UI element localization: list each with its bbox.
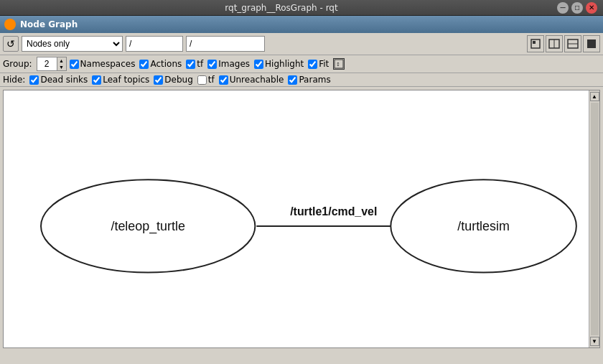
- images-checkbox[interactable]: [207, 60, 217, 69]
- group-label: Group:: [3, 59, 32, 69]
- highlight-checkbox[interactable]: [254, 60, 263, 69]
- icon-button-3[interactable]: [564, 35, 581, 52]
- group-spinbox[interactable]: ▲ ▼: [37, 57, 65, 71]
- icon-button-2[interactable]: [546, 35, 563, 52]
- svg-text:↕: ↕: [336, 62, 340, 67]
- svg-rect-1: [533, 41, 536, 44]
- images-option[interactable]: Images: [207, 59, 250, 69]
- graph-area[interactable]: /teleop_turtle /turtle1/cmd_vel /turtles…: [3, 90, 600, 348]
- fit-checkbox[interactable]: [308, 60, 317, 69]
- actions-option[interactable]: Actions: [139, 59, 182, 69]
- params-option[interactable]: Params: [288, 75, 330, 85]
- actions-checkbox[interactable]: [139, 60, 149, 69]
- view-dropdown[interactable]: Nodes only Nodes/Topics (all) Nodes/Topi…: [22, 36, 123, 52]
- leaf-topics-checkbox[interactable]: [92, 75, 101, 85]
- minimize-button[interactable]: ─: [557, 2, 569, 14]
- filter1-input[interactable]: [126, 36, 183, 52]
- tf-option[interactable]: tf: [186, 59, 203, 69]
- refresh-button[interactable]: ↺: [3, 36, 19, 52]
- hide-label: Hide:: [3, 75, 25, 85]
- node-teleop-turtle-label: /teleop_turtle: [111, 219, 184, 234]
- filter2-input[interactable]: [186, 36, 265, 52]
- main-window: Node Graph ↺ Nodes only Nodes/Topics (al…: [0, 16, 603, 364]
- hide-bar: Hide: Dead sinks Leaf topics Debug tf Un…: [0, 73, 603, 87]
- spinbox-up[interactable]: ▲: [57, 57, 66, 64]
- unreachable-option[interactable]: Unreachable: [219, 75, 284, 85]
- window-title: Node Graph: [20, 19, 78, 29]
- fit-icon-button[interactable]: ↕: [333, 58, 345, 70]
- window-icon: [4, 19, 16, 30]
- params-checkbox[interactable]: [288, 75, 297, 85]
- hide-tf-option[interactable]: tf: [197, 75, 215, 85]
- options-bar: Group: ▲ ▼ Namespaces Actions tf Images …: [0, 55, 603, 73]
- tf-checkbox[interactable]: [186, 60, 195, 69]
- close-button[interactable]: ✕: [586, 2, 597, 14]
- dead-sinks-checkbox[interactable]: [29, 75, 39, 85]
- leaf-topics-option[interactable]: Leaf topics: [92, 75, 149, 85]
- graph-scrollbar[interactable]: ▲ ▼: [589, 90, 599, 347]
- node-turtlesim-label: /turtlesim: [457, 219, 510, 233]
- icon-button-1[interactable]: [527, 35, 544, 52]
- icon-button-4[interactable]: [583, 35, 600, 52]
- spinbox-down[interactable]: ▼: [57, 64, 66, 70]
- namespaces-option[interactable]: Namespaces: [70, 59, 136, 69]
- maximize-button[interactable]: □: [571, 2, 583, 14]
- toolbar: ↺ Nodes only Nodes/Topics (all) Nodes/To…: [0, 33, 603, 55]
- edge-label: /turtle1/cmd_vel: [290, 205, 377, 218]
- namespaces-checkbox[interactable]: [70, 60, 79, 69]
- svg-rect-6: [587, 39, 596, 48]
- scroll-track: [591, 103, 599, 335]
- os-titlebar: rqt_graph__RosGraph - rqt ─ □ ✕: [0, 0, 603, 16]
- graph-container: /teleop_turtle /turtle1/cmd_vel /turtles…: [0, 87, 603, 347]
- os-title-text: rqt_graph__RosGraph - rqt: [6, 3, 557, 13]
- group-value-input[interactable]: [37, 57, 57, 71]
- scroll-up-button[interactable]: ▲: [590, 92, 599, 101]
- debug-checkbox[interactable]: [154, 75, 163, 85]
- highlight-option[interactable]: Highlight: [254, 59, 304, 69]
- debug-option[interactable]: Debug: [154, 75, 192, 85]
- fit-option[interactable]: Fit: [308, 59, 329, 69]
- hide-tf-checkbox[interactable]: [197, 75, 207, 85]
- scroll-down-button[interactable]: ▼: [590, 337, 599, 346]
- dead-sinks-option[interactable]: Dead sinks: [29, 75, 88, 85]
- unreachable-checkbox[interactable]: [219, 75, 228, 85]
- window-titlebar: Node Graph: [0, 16, 603, 33]
- graph-svg: /teleop_turtle /turtle1/cmd_vel /turtles…: [4, 90, 599, 347]
